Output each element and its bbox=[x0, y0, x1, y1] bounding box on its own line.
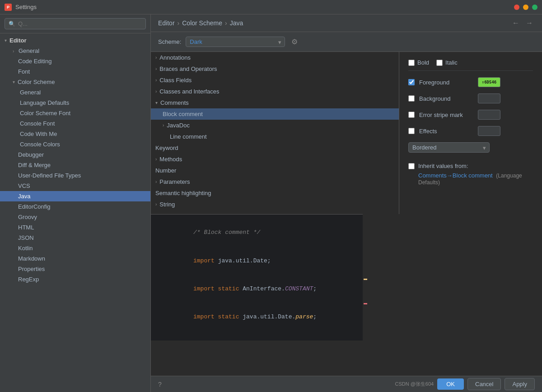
breadcrumb-java: Java bbox=[230, 19, 243, 27]
scheme-select-wrap[interactable]: Dark Default Darcula High Contrast Intel… bbox=[186, 37, 285, 47]
effects-color-swatch[interactable] bbox=[478, 126, 500, 136]
code-line-2: import java.util.Date; bbox=[158, 247, 355, 275]
background-checkbox[interactable] bbox=[408, 95, 415, 102]
help-button[interactable]: ? bbox=[158, 381, 162, 388]
breadcrumb-editor: Editor bbox=[158, 19, 175, 27]
tree-item-class-fields[interactable]: › Class Fields bbox=[151, 75, 399, 86]
window-title: Settings bbox=[15, 4, 37, 10]
scrollbar-indicator bbox=[363, 214, 368, 376]
cancel-button[interactable]: Cancel bbox=[467, 378, 501, 390]
sidebar-item-general[interactable]: › General bbox=[0, 46, 150, 56]
tree-panel: › Annotations › Braces and Operators › C… bbox=[151, 52, 399, 214]
tree-item-classes-interfaces[interactable]: › Classes and Interfaces bbox=[151, 86, 399, 97]
breadcrumb-sep-2: › bbox=[225, 19, 227, 27]
sidebar-item-color-scheme[interactable]: ▾ Color Scheme bbox=[0, 77, 150, 87]
scheme-select[interactable]: Dark Default Darcula High Contrast Intel… bbox=[186, 37, 285, 47]
background-row: Background bbox=[408, 93, 533, 103]
preview-panel: /* Block comment */ import java.util.Dat… bbox=[151, 214, 363, 341]
minimize-button[interactable] bbox=[523, 5, 528, 10]
effects-type-select[interactable]: Bordered Underscored Bold underscored Un… bbox=[408, 142, 490, 153]
italic-checkbox[interactable] bbox=[436, 60, 443, 66]
sidebar-item-language-defaults[interactable]: Language Defaults bbox=[0, 98, 150, 108]
effects-checkbox[interactable] bbox=[408, 128, 415, 134]
effects-row: Effects bbox=[408, 126, 533, 136]
sidebar-item-code-with-me[interactable]: Code With Me bbox=[0, 129, 150, 139]
inherit-checkbox[interactable] bbox=[408, 163, 415, 169]
effects-label: Effects bbox=[419, 128, 473, 135]
breadcrumb-color-scheme: Color Scheme bbox=[182, 19, 222, 27]
scrollbar-mark-yellow bbox=[364, 279, 367, 280]
tree-item-semantic-highlighting[interactable]: Semantic highlighting bbox=[151, 187, 399, 199]
tree-item-methods[interactable]: › Methods bbox=[151, 154, 399, 165]
sidebar-item-code-editing[interactable]: Code Editing bbox=[0, 56, 150, 66]
scheme-settings-button[interactable]: ⚙ bbox=[290, 37, 299, 47]
sidebar-item-html[interactable]: HTML bbox=[0, 222, 150, 233]
sidebar-item-java[interactable]: Java bbox=[0, 191, 150, 201]
sidebar-item-cs-general[interactable]: General bbox=[0, 87, 150, 98]
code-line-1: /* Block comment */ bbox=[158, 219, 355, 247]
italic-row: Italic bbox=[436, 59, 458, 66]
sidebar-section-editor[interactable]: ▾ Editor bbox=[0, 35, 150, 46]
foreground-color-swatch[interactable]: ↑6D546 bbox=[478, 77, 500, 87]
sidebar-item-groovy[interactable]: Groovy bbox=[0, 212, 150, 222]
sidebar: 🔍 ▾ Editor › General Code Editing Font ▾… bbox=[0, 14, 151, 392]
inherit-link[interactable]: Comments→Block comment bbox=[418, 172, 493, 179]
sidebar-item-user-defined[interactable]: User-Defined File Types bbox=[0, 170, 150, 181]
breadcrumb-nav: ← → bbox=[510, 18, 535, 28]
breadcrumb-bar: Editor › Color Scheme › Java ← → bbox=[151, 14, 542, 32]
tree-item-parameters[interactable]: › Parameters bbox=[151, 176, 399, 187]
editor-main: › Annotations › Braces and Operators › C… bbox=[151, 52, 542, 214]
ok-button[interactable]: OK bbox=[437, 378, 464, 390]
sidebar-item-font[interactable]: Font bbox=[0, 66, 150, 77]
foreground-label: Foreground bbox=[419, 79, 473, 86]
sidebar-item-diff-merge[interactable]: Diff & Merge bbox=[0, 160, 150, 170]
tree-item-block-comment[interactable]: Block comment bbox=[151, 108, 399, 120]
foreground-checkbox[interactable] bbox=[408, 79, 415, 85]
bottom-bar: ? CSDN @张生604 OK Cancel Apply bbox=[151, 376, 542, 392]
bold-row: Bold bbox=[408, 59, 429, 66]
apply-button[interactable]: Apply bbox=[505, 378, 535, 390]
nav-forward-button[interactable]: → bbox=[524, 18, 535, 28]
sidebar-item-properties[interactable]: Properties bbox=[0, 264, 150, 274]
tree-item-line-comment[interactable]: Line comment bbox=[151, 131, 399, 142]
nav-back-button[interactable]: ← bbox=[510, 18, 521, 28]
bold-checkbox[interactable] bbox=[408, 60, 415, 66]
foreground-row: Foreground ↑6D546 bbox=[408, 77, 533, 87]
sidebar-item-console-colors[interactable]: Console Colors bbox=[0, 139, 150, 149]
sidebar-item-markdown[interactable]: Markdown bbox=[0, 253, 150, 264]
tree-item-string[interactable]: › String bbox=[151, 199, 399, 210]
effects-type-row: Bordered Underscored Bold underscored Un… bbox=[408, 142, 533, 153]
close-button[interactable] bbox=[514, 5, 519, 10]
sidebar-item-debugger[interactable]: Debugger bbox=[0, 149, 150, 160]
italic-label: Italic bbox=[445, 59, 458, 66]
tree-item-braces-operators[interactable]: › Braces and Operators bbox=[151, 63, 399, 75]
options-panel: Bold Italic Foreground ↑6D546 bbox=[399, 52, 542, 214]
tree-item-comments[interactable]: ▾ Comments bbox=[151, 97, 399, 108]
sidebar-item-regexp[interactable]: RegExp bbox=[0, 274, 150, 285]
error-stripe-row: Error stripe mark bbox=[408, 110, 533, 120]
chevron-down-icon: ▾ bbox=[13, 79, 15, 84]
breadcrumb: Editor › Color Scheme › Java bbox=[158, 19, 243, 27]
error-stripe-checkbox[interactable] bbox=[408, 112, 415, 118]
search-input-wrap[interactable]: 🔍 bbox=[5, 18, 146, 29]
sidebar-item-console-font[interactable]: Console Font bbox=[0, 118, 150, 129]
tree-item-annotations[interactable]: › Annotations bbox=[151, 52, 399, 63]
tree-item-number[interactable]: Number bbox=[151, 165, 399, 176]
error-stripe-color-swatch[interactable] bbox=[478, 110, 500, 120]
background-color-swatch[interactable] bbox=[478, 93, 500, 103]
sidebar-item-json[interactable]: JSON bbox=[0, 233, 150, 243]
tree-item-javadoc[interactable]: › JavaDoc bbox=[151, 120, 399, 131]
main-layout: 🔍 ▾ Editor › General Code Editing Font ▾… bbox=[0, 14, 542, 392]
search-bar: 🔍 bbox=[0, 14, 150, 33]
sidebar-item-color-scheme-font[interactable]: Color Scheme Font bbox=[0, 108, 150, 118]
search-input[interactable] bbox=[18, 20, 142, 27]
sidebar-item-kotlin[interactable]: Kotlin bbox=[0, 243, 150, 253]
sidebar-item-vcs[interactable]: VCS bbox=[0, 181, 150, 191]
nav-tree: ▾ Editor › General Code Editing Font ▾ C… bbox=[0, 33, 150, 392]
sidebar-item-editorconfig[interactable]: EditorConfig bbox=[0, 201, 150, 212]
effects-select-wrap[interactable]: Bordered Underscored Bold underscored Un… bbox=[408, 142, 490, 153]
inherit-section: Inherit values from: Comments→Block comm… bbox=[408, 163, 533, 186]
breadcrumb-sep-1: › bbox=[178, 19, 180, 27]
tree-item-keyword[interactable]: Keyword bbox=[151, 142, 399, 154]
maximize-button[interactable] bbox=[532, 5, 537, 10]
